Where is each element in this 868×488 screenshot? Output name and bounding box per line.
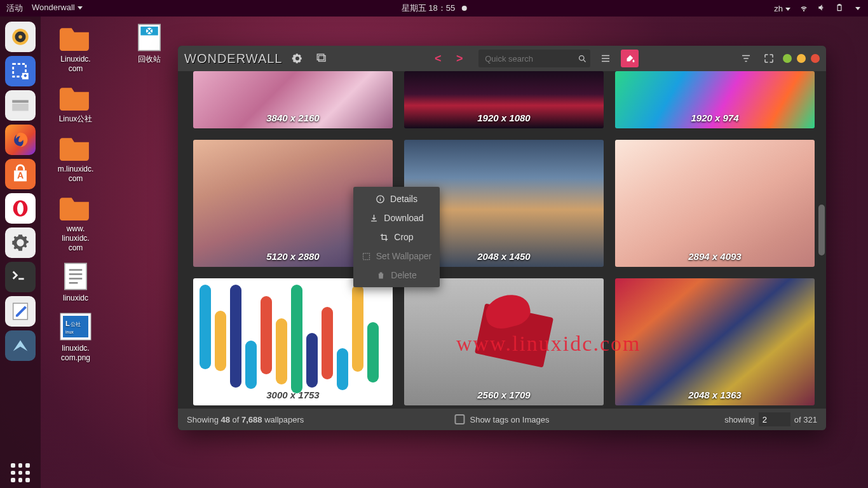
wallpaper-card[interactable]: 2560 x 1709 — [404, 278, 604, 405]
svg-rect-13 — [65, 263, 86, 289]
dock-firefox[interactable] — [5, 125, 36, 155]
titlebar: WONDERWALL < > — [178, 46, 826, 71]
ctx-delete: Delete — [353, 266, 440, 285]
dock-wonderwall[interactable] — [5, 330, 36, 361]
clock-label[interactable]: 星期五 18：55 — [402, 3, 456, 14]
volume-icon[interactable] — [817, 3, 826, 14]
wallpaper-card[interactable]: 2894 x 4093 — [615, 140, 815, 267]
wifi-icon[interactable] — [799, 3, 808, 14]
collections-button[interactable] — [313, 50, 330, 67]
resolution-label: 5120 x 2880 — [266, 251, 319, 267]
ctx-set-wallpaper: Set Wallpaper — [353, 247, 440, 266]
nav-forward-button[interactable]: > — [451, 50, 468, 67]
resolution-label: 2048 x 1363 — [688, 390, 741, 405]
show-applications-button[interactable] — [5, 458, 36, 488]
wallpaper-card[interactable]: 3000 x 1753 — [193, 278, 393, 405]
input-method-indicator[interactable]: zh — [774, 4, 790, 13]
svg-text:inux: inux — [65, 330, 74, 334]
wallpaper-card[interactable]: 3840 x 2160 — [193, 71, 393, 128]
search-input[interactable] — [478, 54, 574, 64]
window-maximize-button[interactable] — [797, 54, 806, 63]
list-view-button[interactable] — [597, 50, 614, 67]
wallpaper-card[interactable]: 2048 x 1363 — [615, 278, 815, 405]
page-input[interactable] — [759, 412, 790, 426]
gnome-top-bar: 活动 Wonderwall 星期五 18：55 zh — [0, 0, 868, 17]
settings-button[interactable] — [288, 50, 306, 67]
wallpaper-card[interactable]: 1920 x 974 — [615, 71, 815, 128]
desktop-folder[interactable]: www. linuxidc. com — [47, 193, 104, 253]
resolution-label: 2560 x 1709 — [477, 390, 530, 405]
wonderwall-window: WONDERWALL < > 3840 x 2160 1920 x 1080 1… — [178, 46, 826, 430]
search-box — [478, 50, 590, 67]
dock-files[interactable] — [5, 90, 36, 121]
system-menu-chevron-icon[interactable] — [855, 7, 860, 10]
showing-label: showing — [724, 415, 755, 424]
window-close-button[interactable] — [811, 54, 820, 63]
trash[interactable]: 回收站 — [127, 23, 172, 64]
svg-point-23 — [579, 55, 584, 60]
resolution-label: 3840 x 2160 — [266, 112, 319, 128]
app-logo: WONDERWALL — [184, 51, 282, 66]
svg-text:A: A — [17, 170, 24, 180]
desktop-folder[interactable]: m.linuxidc. com — [47, 133, 104, 184]
dock-terminal[interactable] — [5, 262, 36, 292]
wallpaper-grid: 3840 x 2160 1920 x 1080 1920 x 974 5120 … — [178, 71, 826, 405]
svg-point-2 — [18, 35, 22, 39]
desktop-image-file[interactable]: L公社inuxlinuxidc. com.png — [47, 312, 104, 363]
resolution-label: 2048 x 1450 — [477, 251, 530, 267]
svg-point-11 — [17, 202, 24, 215]
ctx-download[interactable]: Download — [353, 208, 440, 227]
app-menu[interactable]: Wonderwall — [32, 3, 83, 14]
dock-screenshot[interactable] — [5, 56, 36, 86]
status-bar: Showing 48 of 7,688 wallpapers Show tags… — [178, 409, 826, 430]
nav-back-button[interactable]: < — [429, 50, 447, 67]
chevron-down-icon — [78, 6, 83, 10]
chevron-down-icon — [785, 8, 790, 11]
svg-rect-6 — [12, 104, 29, 111]
color-picker-button[interactable] — [621, 50, 639, 67]
show-tags-label: Show tags on Images — [470, 415, 549, 424]
ctx-crop[interactable]: Crop — [353, 227, 440, 247]
svg-rect-5 — [12, 100, 29, 103]
showing-count: Showing 48 of 7,688 wallpapers — [187, 415, 304, 424]
svg-text:公社: 公社 — [71, 322, 81, 327]
fullscreen-button[interactable] — [760, 50, 778, 67]
dock-software[interactable]: A — [5, 159, 36, 189]
battery-icon[interactable] — [835, 3, 844, 14]
svg-text:L: L — [65, 320, 70, 327]
resolution-label: 1920 x 974 — [691, 112, 738, 128]
desktop-icons: Linuxidc. com Linux公社 m.linuxidc. com ww… — [47, 23, 104, 372]
resolution-label: 3000 x 1753 — [266, 390, 319, 405]
dock-rhythmbox[interactable] — [5, 22, 36, 52]
window-minimize-button[interactable] — [783, 54, 792, 63]
notification-dot-icon — [461, 6, 466, 11]
filter-button[interactable] — [737, 50, 755, 67]
activities-button[interactable]: 活动 — [6, 3, 23, 14]
dock-opera[interactable] — [5, 193, 36, 224]
wallpaper-grid-wrap: 3840 x 2160 1920 x 1080 1920 x 974 5120 … — [178, 71, 826, 409]
ctx-details[interactable]: Details — [353, 189, 440, 208]
page-total: of 321 — [794, 415, 817, 424]
desktop-icons-col2: 回收站 — [127, 23, 172, 73]
desktop-folder[interactable]: Linuxidc. com — [47, 23, 104, 74]
scrollbar-thumb[interactable] — [818, 205, 825, 255]
desktop-folder[interactable]: Linux公社 — [47, 83, 104, 124]
svg-rect-25 — [363, 253, 369, 259]
dock-settings[interactable] — [5, 227, 36, 258]
context-menu: Details Download Crop Set Wallpaper Dele… — [353, 187, 440, 287]
resolution-label: 1920 x 1080 — [477, 112, 530, 128]
show-tags-checkbox[interactable] — [454, 414, 465, 424]
search-button[interactable] — [574, 50, 590, 67]
resolution-label: 2894 x 4093 — [688, 251, 741, 267]
wallpaper-card[interactable]: 1920 x 1080 — [404, 71, 604, 128]
dock-text-editor[interactable] — [5, 296, 36, 327]
ubuntu-dock: A — [0, 17, 41, 488]
desktop-text-file[interactable]: linuxidc — [47, 262, 104, 303]
